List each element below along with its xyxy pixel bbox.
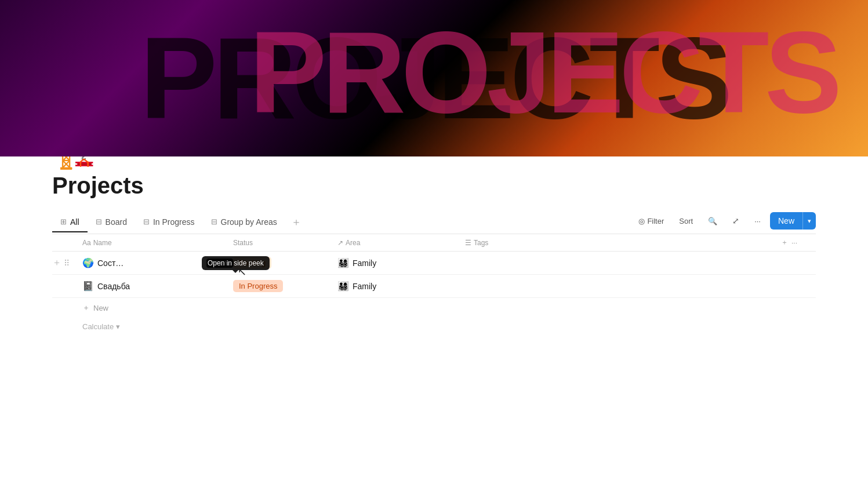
row-drag-area-1: ＋ ⠿ (52, 257, 82, 269)
header-name-icon: Aa (82, 239, 91, 247)
header-name: Aa Name (82, 239, 233, 247)
filter-label: Filter (647, 217, 664, 225)
row-area-1: 👨‍👩‍👧‍👦 Family (337, 257, 465, 268)
hero-banner: PROJECTS PROJECTS (0, 0, 868, 156)
tab-groupbyareas-icon: ⊟ (211, 217, 217, 226)
toolbar-right: ◎ Filter Sort 🔍 ⤢ ··· New ▾ (633, 212, 816, 232)
header-status: Status (233, 239, 337, 247)
tab-inprogress-icon: ⊟ (143, 217, 150, 226)
new-row-button[interactable]: ＋ New (78, 298, 816, 318)
calculate-chevron: ▾ (116, 322, 120, 331)
tab-board-icon: ⊟ (96, 217, 102, 226)
row-name-2[interactable]: 📓 Свадьба (82, 281, 233, 292)
page-content: 🏗️ Projects ⊞ All ⊟ Board ⊟ In Progress … (0, 133, 868, 336)
table-header: Aa Name Status ↗ Area ☰ Tags ＋ ··· (52, 234, 816, 252)
row-status-2: In Progress (233, 280, 337, 292)
tabs-row: ⊞ All ⊟ Board ⊟ In Progress ⊟ Group by A… (52, 210, 816, 234)
new-row-icon: ＋ (82, 303, 90, 313)
calculate-row[interactable]: Calculate ▾ (52, 318, 816, 336)
page-title: Projects (52, 173, 816, 199)
new-button-label[interactable]: New (770, 212, 803, 230)
table-row: 📓 Свадьба In Progress 👨‍👩‍👧‍👦 Family (52, 275, 816, 298)
new-row-label: New (93, 304, 108, 312)
tab-inprogress[interactable]: ⊟ In Progress (135, 213, 203, 232)
status-badge-1[interactable]: Backlog (233, 257, 271, 269)
header-add-icon[interactable]: ＋ (781, 238, 788, 247)
link-button[interactable]: ⤢ (727, 213, 745, 228)
row-name-text-1: Составить семейное дре (97, 258, 128, 268)
new-button[interactable]: New ▾ (770, 212, 816, 230)
filter-icon: ◎ (638, 217, 645, 225)
row-area-2: 👨‍👩‍👧‍👦 Family (337, 281, 465, 292)
status-badge-2[interactable]: In Progress (233, 280, 283, 292)
tab-all[interactable]: ⊞ All (52, 213, 88, 232)
open-badge-1: OPEN (206, 258, 233, 268)
area-label-2: Family (353, 282, 376, 291)
sort-label: Sort (679, 217, 693, 225)
table-row: ＋ ⠿ 🌍 Составить семейное дре Open in sid… (52, 252, 816, 275)
tab-all-label: All (70, 217, 79, 227)
row-status-1: Backlog (233, 257, 337, 269)
table-container: Aa Name Status ↗ Area ☰ Tags ＋ ··· ＋ ⠿ (52, 234, 816, 336)
sort-button[interactable]: Sort (673, 214, 699, 228)
area-emoji-1: 👨‍👩‍👧‍👦 (337, 257, 349, 268)
link-icon: ⤢ (732, 216, 739, 225)
header-tags-icon: ☰ (465, 239, 471, 247)
tab-board-label: Board (106, 217, 127, 227)
filter-button[interactable]: ◎ Filter (633, 214, 670, 228)
row-name-text-2: Свадьба (97, 282, 130, 291)
tab-groupbyareas-label: Group by Areas (221, 217, 277, 227)
more-icon: ··· (754, 217, 761, 225)
row-add-icon-1[interactable]: ＋ (52, 257, 61, 269)
tab-board[interactable]: ⊟ Board (88, 213, 135, 232)
row-emoji-2: 📓 (82, 281, 94, 292)
tab-inprogress-label: In Progress (153, 217, 195, 227)
tab-all-icon: ⊞ (60, 217, 67, 226)
header-tags: ☰ Tags (465, 239, 781, 247)
search-button[interactable]: 🔍 (702, 214, 723, 228)
search-icon: 🔍 (708, 217, 717, 225)
hero-text-overlay: PROJECTS (249, 6, 837, 139)
tab-groupbyareas[interactable]: ⊟ Group by Areas (203, 213, 285, 232)
new-button-caret[interactable]: ▾ (803, 213, 816, 229)
tab-add-button[interactable]: ＋ (285, 210, 307, 234)
header-actions: ＋ ··· (781, 238, 816, 247)
row-emoji-1: 🌍 (82, 257, 94, 268)
calculate-label: Calculate (82, 322, 114, 331)
header-area-icon: ↗ (337, 239, 343, 247)
area-label-1: Family (353, 258, 376, 268)
header-area: ↗ Area (337, 239, 465, 247)
row-drag-icon-1[interactable]: ⠿ (64, 258, 70, 268)
row-name-1[interactable]: 🌍 Составить семейное дре Open in side pe… (82, 257, 233, 268)
header-more-icon[interactable]: ··· (791, 239, 797, 247)
more-button[interactable]: ··· (749, 214, 767, 228)
area-emoji-2: 👨‍👩‍👧‍👦 (337, 281, 349, 292)
